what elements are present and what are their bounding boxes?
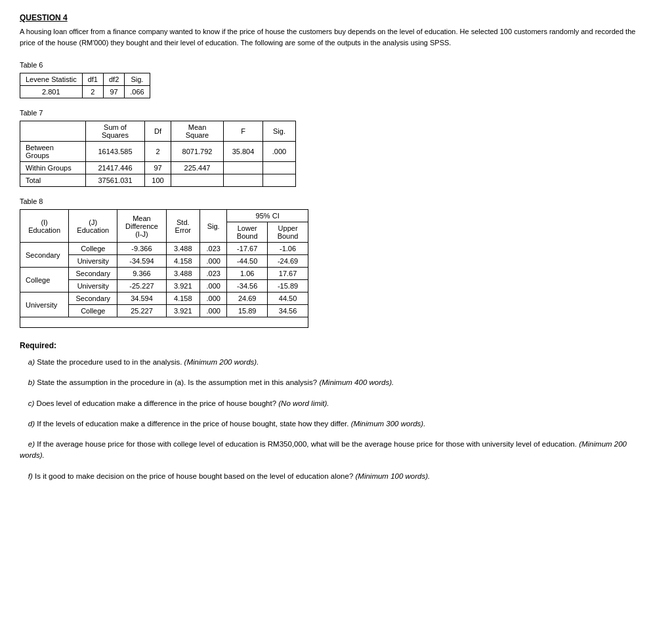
table8-r5-upper: 34.56 <box>268 305 308 317</box>
table6-levene-val: 2.801 <box>20 86 83 98</box>
table7-h5: Sig. <box>263 121 296 142</box>
table8-r3-sig: .000 <box>200 280 227 292</box>
table8-h-sig: Sig. <box>200 210 227 243</box>
question-f: f) Is it good to make decision on the pr… <box>20 471 652 482</box>
table8-r1-j: University <box>69 255 117 268</box>
table8-r2-j: Secondary <box>69 268 117 280</box>
question-title: QUESTION 4 <box>20 13 652 22</box>
table7-row1-f <box>224 162 263 174</box>
table6-label: Table 6 <box>20 61 652 69</box>
table8-empty <box>20 317 308 328</box>
table7-h0 <box>20 121 86 142</box>
table7-row2-sig <box>263 174 296 187</box>
table8-r1-upper: -24.69 <box>268 255 308 268</box>
question-a: a) State the procedure used to in the an… <box>20 357 652 368</box>
table6-df2-val: 97 <box>103 86 124 98</box>
table8-r4-mean: 34.594 <box>117 292 166 305</box>
table8-h-ci: 95% CI <box>227 210 308 222</box>
table8-r2-upper: 17.67 <box>268 268 308 280</box>
table6: Levene Statistic df1 df2 Sig. 2.801 2 97… <box>20 73 150 98</box>
table8-r5-std: 3.921 <box>166 305 200 317</box>
q-c-text: Does level of education make a differenc… <box>37 399 279 407</box>
table8-r2-lower: 1.06 <box>227 268 268 280</box>
table8-r2-i: College <box>20 268 69 292</box>
required-label: Required: <box>20 341 652 350</box>
table6-header-levene: Levene Statistic <box>20 73 83 86</box>
table7-row1-ms: 225.447 <box>171 162 224 174</box>
q-f-letter: f) <box>28 472 33 480</box>
table8-r3-mean: -25.227 <box>117 280 166 292</box>
table8-h-upper: UpperBound <box>268 222 308 243</box>
table7-h4: F <box>224 121 263 142</box>
table8-r0-sig: .023 <box>200 243 227 255</box>
table8-h-std: Std.Error <box>166 210 200 243</box>
table8-r5-mean: 25.227 <box>117 305 166 317</box>
intro-text: A housing loan officer from a finance co… <box>20 26 652 48</box>
table8-r4-j: Secondary <box>69 292 117 305</box>
q-a-text: State the procedure used to in the analy… <box>37 358 184 366</box>
q-b-note: (Minimum 400 words). <box>319 378 394 386</box>
q-a-note: (Minimum 200 words). <box>184 358 259 366</box>
table8-r1-std: 4.158 <box>166 255 200 268</box>
table8-r5-lower: 15.89 <box>227 305 268 317</box>
table7-row1-sig <box>263 162 296 174</box>
table7-h3: MeanSquare <box>171 121 224 142</box>
table7-row1-df: 97 <box>145 162 171 174</box>
table7-row0-sig: .000 <box>263 142 296 162</box>
table7-row2-ms <box>171 174 224 187</box>
table7-row2-df: 100 <box>145 174 171 187</box>
table7-row0-df: 2 <box>145 142 171 162</box>
table8-r5-j: College <box>69 305 117 317</box>
table8-r4-i: University <box>20 292 69 317</box>
table8-r3-lower: -34.56 <box>227 280 268 292</box>
q-b-letter: b) <box>28 378 35 386</box>
table8-r0-lower: -17.67 <box>227 243 268 255</box>
table8-h-lower: LowerBound <box>227 222 268 243</box>
q-a-letter: a) <box>28 358 35 366</box>
table6-header-df1: df1 <box>82 73 103 86</box>
q-f-text: Is it good to make decision on the price… <box>35 472 355 480</box>
table7-row2-ss: 37561.031 <box>86 174 145 187</box>
table7-row0-ss: 16143.585 <box>86 142 145 162</box>
table6-df1-val: 2 <box>82 86 103 98</box>
table7-row1-label: Within Groups <box>20 162 86 174</box>
table8-h-j: (J)Education <box>69 210 117 243</box>
table7-row2-label: Total <box>20 174 86 187</box>
table8-r0-upper: -1.06 <box>268 243 308 255</box>
q-c-letter: c) <box>28 399 35 407</box>
table7-row0-ms: 8071.792 <box>171 142 224 162</box>
q-d-text: If the levels of education make a differ… <box>37 420 350 428</box>
table8-r3-upper: -15.89 <box>268 280 308 292</box>
table7-row0-f: 35.804 <box>224 142 263 162</box>
table8-r5-sig: .000 <box>200 305 227 317</box>
table8-r3-j: University <box>69 280 117 292</box>
question-d: d) If the levels of education make a dif… <box>20 418 652 430</box>
table8-r3-std: 3.921 <box>166 280 200 292</box>
table7-h2: Df <box>145 121 171 142</box>
table6-sig-val: .066 <box>125 86 150 98</box>
table6-header-df2: df2 <box>103 73 124 86</box>
table8-r0-mean: -9.366 <box>117 243 166 255</box>
question-b: b) State the assumption in the procedure… <box>20 377 652 388</box>
table8: (I)Education (J)Education MeanDifference… <box>20 209 308 328</box>
question-e: e) If the average house price for those … <box>20 439 652 462</box>
table8-r1-sig: .000 <box>200 255 227 268</box>
table8-r0-std: 3.488 <box>166 243 200 255</box>
q-b-text: State the assumption in the procedure in… <box>37 378 319 386</box>
table8-r1-lower: -44.50 <box>227 255 268 268</box>
table6-header-sig: Sig. <box>125 73 150 86</box>
table7: Sum ofSquares Df MeanSquare F Sig. Betwe… <box>20 121 296 187</box>
table8-r4-sig: .000 <box>200 292 227 305</box>
q-d-letter: d) <box>28 420 35 428</box>
table8-label: Table 8 <box>20 197 652 205</box>
table7-row1-ss: 21417.446 <box>86 162 145 174</box>
q-f-note: (Minimum 100 words). <box>355 472 430 480</box>
q-d-note: (Minimum 300 words). <box>351 420 426 428</box>
table8-r2-sig: .023 <box>200 268 227 280</box>
table8-r1-mean: -34.594 <box>117 255 166 268</box>
table7-h1: Sum ofSquares <box>86 121 145 142</box>
table7-row2-f <box>224 174 263 187</box>
table8-r0-i: Secondary <box>20 243 69 268</box>
table8-r4-lower: 24.69 <box>227 292 268 305</box>
table8-r4-std: 4.158 <box>166 292 200 305</box>
